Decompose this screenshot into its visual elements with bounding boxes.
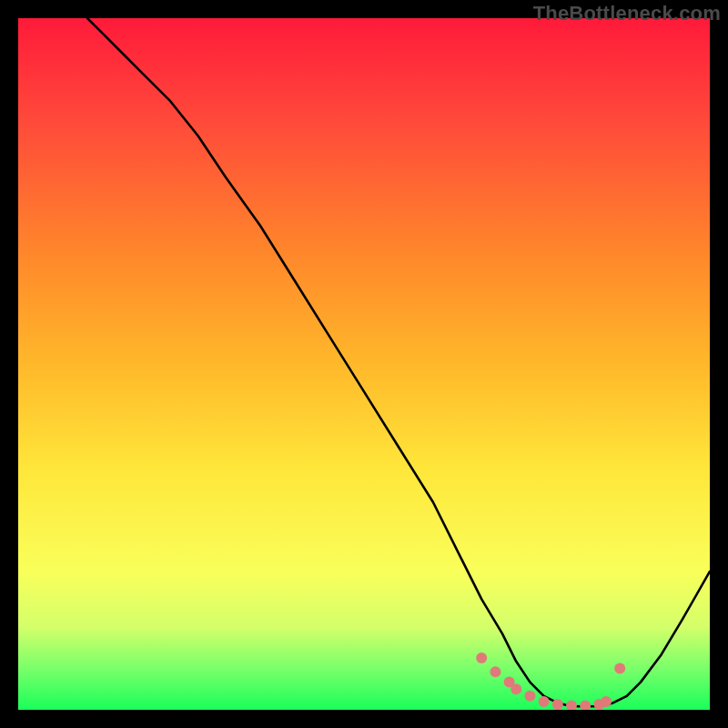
curve-marker — [476, 652, 487, 663]
curve-marker — [539, 696, 550, 707]
curve-marker — [511, 683, 521, 694]
bottleneck-curve — [18, 18, 710, 710]
curve-marker — [614, 662, 625, 673]
curve-marker — [580, 700, 591, 710]
watermark-text: TheBottleneck.com — [533, 2, 721, 25]
curve-marker — [566, 700, 577, 710]
curve-marker — [601, 696, 612, 707]
curve-marker — [490, 666, 500, 677]
chart-plot-area — [18, 18, 710, 710]
curve-marker — [524, 691, 535, 702]
curve-marker — [552, 699, 563, 710]
